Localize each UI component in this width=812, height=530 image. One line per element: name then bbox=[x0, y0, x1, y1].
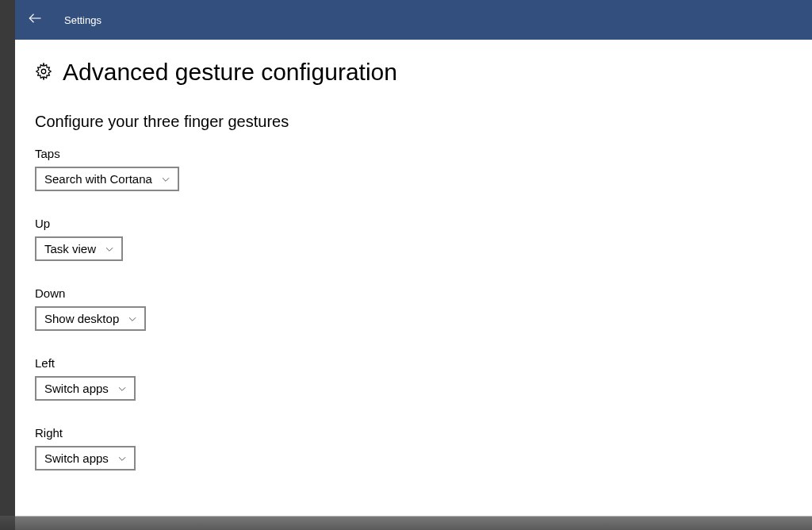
dropdown-left[interactable]: Switch apps bbox=[35, 376, 136, 401]
dropdown-up[interactable]: Task view bbox=[35, 236, 123, 261]
page-title: Advanced gesture configuration bbox=[63, 59, 397, 86]
dropdown-up-value: Task view bbox=[44, 242, 96, 255]
dropdown-left-value: Switch apps bbox=[44, 382, 109, 395]
settings-window: Settings Advanced gesture configuration … bbox=[15, 0, 812, 517]
back-arrow-icon bbox=[28, 11, 42, 29]
chevron-down-icon bbox=[104, 244, 115, 255]
content-area: Advanced gesture configuration Configure… bbox=[15, 40, 812, 517]
chevron-down-icon bbox=[117, 383, 128, 394]
dropdown-right-value: Switch apps bbox=[44, 451, 109, 465]
section-heading: Configure your three finger gestures bbox=[35, 113, 812, 131]
svg-point-1 bbox=[41, 69, 46, 74]
chevron-down-icon bbox=[117, 453, 128, 464]
dropdown-taps[interactable]: Search with Cortana bbox=[35, 167, 179, 191]
label-down: Down bbox=[35, 286, 812, 300]
label-taps: Taps bbox=[35, 147, 812, 160]
field-left: Left Switch apps bbox=[35, 356, 812, 401]
field-taps: Taps Search with Cortana bbox=[35, 147, 812, 191]
label-right: Right bbox=[35, 426, 812, 440]
label-left: Left bbox=[35, 356, 812, 370]
field-up: Up Task view bbox=[35, 217, 812, 261]
dropdown-right[interactable]: Switch apps bbox=[35, 446, 136, 470]
titlebar-app-label: Settings bbox=[64, 14, 102, 26]
field-right: Right Switch apps bbox=[35, 426, 812, 470]
bottom-background bbox=[0, 516, 812, 530]
field-down: Down Show desktop bbox=[35, 286, 812, 331]
gear-icon bbox=[35, 63, 52, 83]
dropdown-taps-value: Search with Cortana bbox=[44, 172, 152, 186]
left-background-strip bbox=[0, 0, 15, 530]
titlebar: Settings bbox=[15, 0, 812, 40]
chevron-down-icon bbox=[160, 174, 171, 185]
chevron-down-icon bbox=[127, 313, 138, 325]
page-header: Advanced gesture configuration bbox=[35, 59, 812, 86]
dropdown-down[interactable]: Show desktop bbox=[35, 306, 146, 331]
dropdown-down-value: Show desktop bbox=[44, 312, 119, 325]
label-up: Up bbox=[35, 217, 812, 230]
back-button[interactable] bbox=[15, 0, 55, 40]
